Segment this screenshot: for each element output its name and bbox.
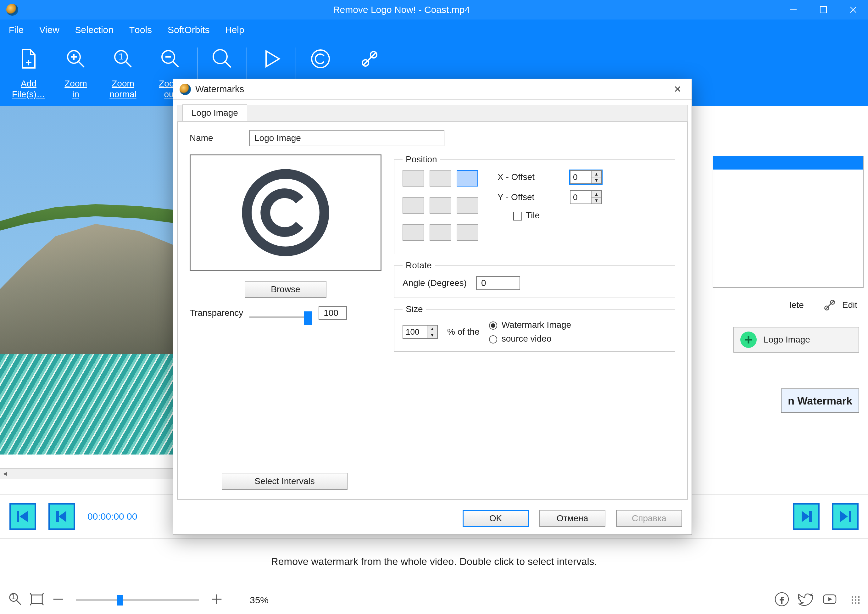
step-forward-button[interactable] xyxy=(793,503,820,530)
pos-top-center[interactable] xyxy=(429,170,451,186)
pos-bot-left[interactable] xyxy=(403,224,424,240)
y-up[interactable]: ▲ xyxy=(592,191,601,197)
settings-button[interactable] xyxy=(349,44,390,71)
rotate-group: Rotate Angle (Degrees) xyxy=(394,260,675,298)
zoom-in-icon[interactable] xyxy=(209,592,224,609)
ok-button[interactable]: OK xyxy=(463,510,529,527)
toolbar-separator xyxy=(296,48,296,79)
x-down[interactable]: ▼ xyxy=(592,177,601,184)
x-up[interactable]: ▲ xyxy=(592,171,601,177)
pos-bot-right[interactable] xyxy=(457,224,478,240)
menu-view[interactable]: View xyxy=(39,25,59,35)
video-preview[interactable] xyxy=(0,106,174,454)
select-intervals-button[interactable]: Select Intervals xyxy=(222,473,347,490)
x-offset-label: X - Offset xyxy=(498,172,554,182)
pos-top-left[interactable] xyxy=(403,170,424,186)
svg-line-39 xyxy=(17,600,21,604)
twitter-icon[interactable] xyxy=(798,592,813,609)
facebook-icon[interactable] xyxy=(774,592,789,609)
delete-button[interactable]: lete xyxy=(790,300,804,310)
zoom-slider-thumb[interactable] xyxy=(117,595,122,606)
add-logo-image-button[interactable]: Logo Image xyxy=(733,327,859,353)
go-end-button[interactable] xyxy=(832,503,859,530)
svg-rect-41 xyxy=(31,595,42,603)
menu-tools[interactable]: Tools xyxy=(129,25,152,35)
size-up[interactable]: ▲ xyxy=(428,326,437,332)
close-button[interactable] xyxy=(838,0,868,20)
maximize-button[interactable] xyxy=(808,0,838,20)
svg-line-7 xyxy=(79,62,84,67)
position-grid xyxy=(403,170,479,246)
help-button[interactable]: Справка xyxy=(616,510,682,527)
y-offset-spinner[interactable]: ▲▼ xyxy=(570,190,602,204)
step-back-button[interactable] xyxy=(48,503,75,530)
size-legend: Size xyxy=(403,304,426,314)
transparency-value[interactable] xyxy=(319,306,347,320)
menu-selection[interactable]: Selection xyxy=(75,25,113,35)
browse-button[interactable]: Browse xyxy=(245,281,326,298)
menu-help[interactable]: Help xyxy=(225,25,244,35)
pos-mid-center[interactable] xyxy=(429,197,451,214)
dialog-titlebar[interactable]: Watermarks ✕ xyxy=(173,79,691,100)
horizontal-scrollbar[interactable]: ◄ xyxy=(0,468,174,479)
pos-top-right[interactable] xyxy=(457,170,478,186)
edit-button[interactable]: Edit xyxy=(823,298,857,312)
youtube-icon[interactable] xyxy=(822,592,837,609)
y-down[interactable]: ▼ xyxy=(592,197,601,204)
own-watermark-button[interactable]: n Watermark xyxy=(781,388,859,413)
dialog-title: Watermarks xyxy=(195,84,244,95)
svg-line-14 xyxy=(173,62,178,67)
fit-window-icon[interactable] xyxy=(29,592,44,609)
transparency-label: Transparency xyxy=(190,308,243,318)
size-input[interactable] xyxy=(403,326,427,338)
angle-label: Angle (Degrees) xyxy=(403,278,467,288)
add-files-button[interactable]: AddFile(s)… xyxy=(5,44,52,100)
pos-mid-right[interactable] xyxy=(457,197,478,214)
scroll-left-arrow[interactable]: ◄ xyxy=(0,469,10,479)
window-title: Remove Logo Now! - Coast.mp4 xyxy=(25,5,778,15)
watermark-list-item-selected[interactable] xyxy=(713,156,863,169)
name-input[interactable] xyxy=(250,130,444,146)
size-down[interactable]: ▼ xyxy=(428,332,437,338)
y-offset-input[interactable] xyxy=(570,191,591,203)
pos-bot-center[interactable] xyxy=(429,224,451,240)
zoom-in-button[interactable]: Zoomin xyxy=(52,44,99,100)
x-offset-input[interactable] xyxy=(570,171,591,183)
svg-text:1: 1 xyxy=(11,592,16,601)
go-start-button[interactable] xyxy=(9,503,36,530)
zoom-slider[interactable] xyxy=(76,599,199,601)
size-radio-video[interactable]: source video xyxy=(489,334,571,344)
name-label: Name xyxy=(190,133,237,143)
minimize-button[interactable] xyxy=(778,0,808,20)
svg-rect-32 xyxy=(57,512,59,521)
plus-icon xyxy=(740,332,757,348)
pos-mid-left[interactable] xyxy=(403,197,424,214)
toolbar-separator xyxy=(345,48,345,79)
play-button[interactable] xyxy=(251,44,292,71)
rotate-legend: Rotate xyxy=(403,260,435,270)
zoom-out-icon[interactable] xyxy=(51,592,65,609)
tab-logo-image[interactable]: Logo Image xyxy=(182,104,247,121)
svg-marker-33 xyxy=(59,512,66,521)
zoom-normal-button[interactable]: 1 Zoomnormal xyxy=(99,44,147,100)
watermark-listbox[interactable] xyxy=(713,156,863,288)
resize-grip[interactable] xyxy=(852,596,860,604)
angle-input[interactable] xyxy=(476,276,520,290)
cancel-button[interactable]: Отмена xyxy=(539,510,605,527)
dialog-close-button[interactable]: ✕ xyxy=(670,84,685,95)
svg-marker-36 xyxy=(840,512,847,521)
scroll-track[interactable] xyxy=(10,469,174,479)
size-radio-image[interactable]: Watermark Image xyxy=(489,320,571,330)
menu-softorbits[interactable]: SoftOrbits xyxy=(167,25,209,35)
size-spinner[interactable]: ▲▼ xyxy=(403,325,438,339)
x-offset-spinner[interactable]: ▲▼ xyxy=(570,170,602,184)
zoom-in-label: Zoomin xyxy=(52,78,99,100)
transparency-slider[interactable] xyxy=(250,312,312,315)
menu-file[interactable]: File xyxy=(9,25,23,35)
transparency-thumb[interactable] xyxy=(304,312,312,325)
svg-rect-37 xyxy=(849,512,851,521)
copyright-button[interactable] xyxy=(300,44,341,71)
tile-checkbox[interactable]: Tile xyxy=(513,211,540,220)
zoom-fit-icon[interactable]: 1 xyxy=(8,592,23,609)
find-button[interactable] xyxy=(202,44,243,71)
